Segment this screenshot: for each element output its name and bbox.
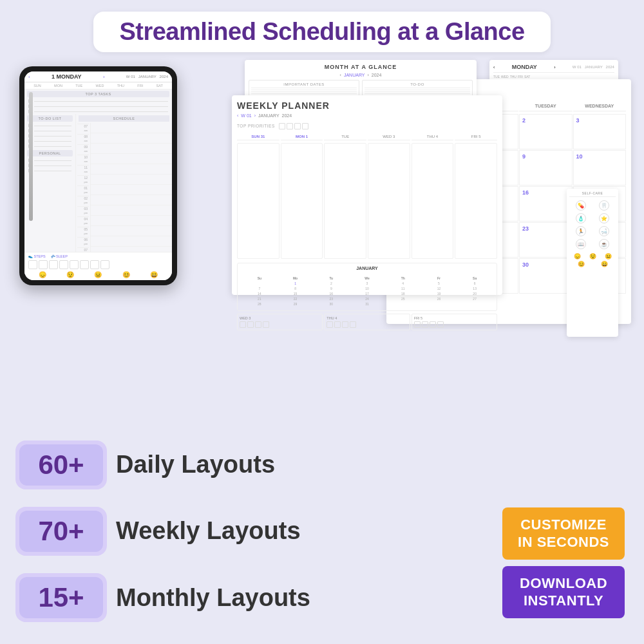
schedule-column xyxy=(90,123,172,252)
selfcare-mood-row: 😞 😟 😐 xyxy=(569,253,616,260)
weekly-title: WEEKLY PLANNER xyxy=(237,100,497,111)
weekly-nav: ‹ W 01 › JANUARY 2024 xyxy=(237,113,497,118)
daily-right-header: ‹ MONDAY › W 01 JANUARY 2024 xyxy=(493,64,614,73)
prev-arrow: ‹ xyxy=(28,74,30,80)
tablet-header: ‹ 1 MONDAY › W 01 JANUARY 2024 xyxy=(24,71,172,82)
monthly-badge: 15+ xyxy=(19,577,103,618)
next-arrow: › xyxy=(103,74,105,80)
selfcare-mood-row-2: 😊 😄 xyxy=(569,261,616,267)
todo-label: TO-DO LIST xyxy=(27,115,73,122)
main-title: Streamlined Scheduling at a Glance xyxy=(119,18,524,46)
header-box: Streamlined Scheduling at a Glance xyxy=(93,12,550,52)
personal-label: PERSONAL xyxy=(27,150,73,156)
tablet-bottom: 👟 STEPS💤 SLEEP 😞😟😐😊😄 xyxy=(24,252,172,280)
weekly-label: Weekly Layouts xyxy=(116,517,301,545)
daily-number: 60+ xyxy=(38,450,84,480)
tuesday-header: TUESDAY xyxy=(519,101,573,111)
stylus xyxy=(29,92,33,221)
download-button[interactable]: DOWNLOAD INSTANTLY xyxy=(502,566,625,618)
mini-calendar: SuMo TuWe ThFr Sa 1 23 456 78 910 111213… xyxy=(240,274,494,308)
stat-row-daily: 60+ Daily Layouts xyxy=(19,444,625,486)
tablet-day-title: 1 MONDAY xyxy=(52,73,82,80)
monthly-label: Monthly Layouts xyxy=(116,584,310,612)
month-glance-nav: ‹ JANUARY › 2024 xyxy=(249,73,473,77)
time-column: 07am 08am 09am 10am 11am 12pm 01pm 02pm … xyxy=(76,123,90,252)
self-care-panel: SELF-CARE 💊 🦷 🧴 ⭐ 🏃 🛁 📖 ☕ 😞 😟 😐 😊 😄 xyxy=(567,189,618,337)
tablet-screen: ‹ 1 MONDAY › W 01 JANUARY 2024 SUNMONTUE… xyxy=(24,71,172,280)
tablet-device: ‹ 1 MONDAY › W 01 JANUARY 2024 SUNMONTUE… xyxy=(19,66,177,285)
schedule-label: SCHEDULE xyxy=(79,115,169,122)
month-glance-title: MONTH AT A GLANCE xyxy=(249,64,473,70)
preview-area: ‹ 1 MONDAY › W 01 JANUARY 2024 SUNMONTUE… xyxy=(0,60,644,350)
weekly-badge: 70+ xyxy=(19,511,103,552)
selfcare-title: SELF-CARE xyxy=(569,191,616,197)
weekly-day-headers: SUN 31 MON 1 TUE WED 3 THU 4 FRI 5 xyxy=(237,133,497,140)
header-section: Streamlined Scheduling at a Glance xyxy=(0,0,644,60)
monthly-number: 15+ xyxy=(38,582,84,612)
wednesday-header: WEDNESDAY xyxy=(573,101,627,111)
task-row-3 xyxy=(24,109,172,114)
weekly-grid xyxy=(237,143,497,259)
selfcare-icons: 💊 🦷 🧴 ⭐ 🏃 🛁 📖 ☕ xyxy=(569,199,616,251)
weekly-bottom-row: WED 3 THU 4 FRI 5 xyxy=(237,314,497,330)
task-row-2 xyxy=(24,104,172,109)
cta-area: CUSTOMIZE IN SECONDS DOWNLOAD INSTANTLY xyxy=(502,507,625,618)
weekly-priorities-row: TOP PRIORITIES xyxy=(237,122,497,129)
weekly-number: 70+ xyxy=(38,516,84,546)
top3-label: TOP 3 TASKS xyxy=(27,91,169,97)
paper-pages: MONTH AT A GLANCE ‹ JANUARY › 2024 IMPOR… xyxy=(232,60,631,343)
daily-label: Daily Layouts xyxy=(116,451,275,478)
tablet-week-info: W 01 JANUARY 2024 xyxy=(126,75,168,79)
weekly-planner-page: WEEKLY PLANNER ‹ W 01 › JANUARY 2024 TOP… xyxy=(232,95,502,295)
customize-button[interactable]: CUSTOMIZE IN SECONDS xyxy=(502,507,625,560)
mood-row: 😞😟😐😊😄 xyxy=(28,271,168,278)
tablet-days-row: SUNMONTUEWEDTHUFRISAT xyxy=(24,82,172,90)
daily-badge: 60+ xyxy=(19,444,103,486)
task-row-1 xyxy=(24,99,172,104)
